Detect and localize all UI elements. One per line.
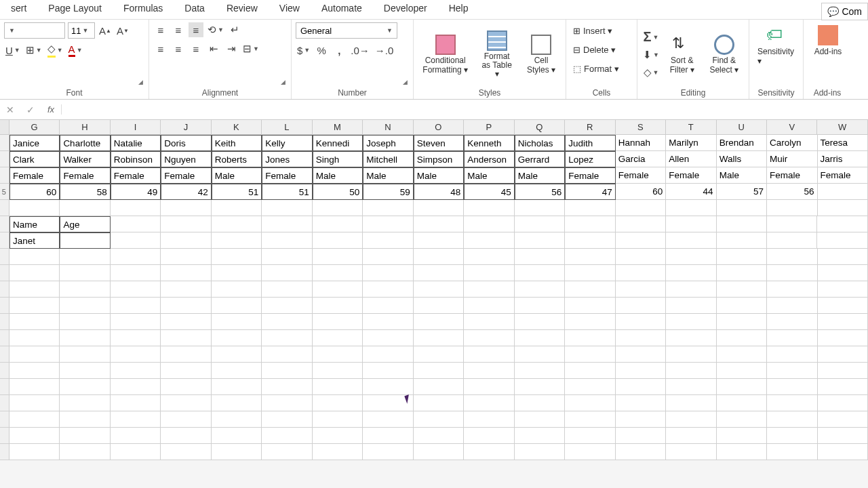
orientation-icon[interactable]: ⟲▼ <box>206 22 225 37</box>
cell[interactable] <box>616 379 666 395</box>
row-header[interactable] <box>0 314 9 330</box>
cell[interactable] <box>161 314 211 330</box>
sensitivity-button[interactable]: 🏷 Sensitivity ▾ <box>753 22 799 68</box>
cell[interactable] <box>363 346 413 363</box>
cell[interactable]: Carolyn <box>767 135 817 151</box>
cell[interactable] <box>818 363 868 379</box>
cell[interactable] <box>9 428 60 444</box>
row-header[interactable] <box>0 428 9 444</box>
cell[interactable] <box>464 216 514 232</box>
cell[interactable] <box>262 428 312 444</box>
cell[interactable]: Charlotte <box>60 135 110 151</box>
cell[interactable] <box>616 298 666 314</box>
row-header[interactable] <box>0 363 9 379</box>
cell[interactable] <box>818 428 868 444</box>
cell[interactable] <box>262 200 312 216</box>
cell[interactable] <box>464 232 514 249</box>
cell[interactable] <box>212 395 262 411</box>
row-header[interactable] <box>0 167 9 184</box>
cell[interactable] <box>717 249 767 265</box>
tab-data[interactable]: Data <box>174 0 216 19</box>
cell[interactable] <box>9 314 60 330</box>
cell[interactable] <box>161 281 211 298</box>
cell[interactable] <box>313 330 363 346</box>
cell[interactable] <box>111 249 161 265</box>
cell[interactable] <box>515 314 565 330</box>
cell[interactable] <box>414 444 464 460</box>
cell[interactable] <box>767 428 817 444</box>
cell[interactable] <box>313 265 363 281</box>
cell[interactable] <box>565 330 615 346</box>
cell[interactable] <box>666 395 716 411</box>
cell[interactable]: 57 <box>717 184 767 200</box>
cell[interactable] <box>60 379 110 395</box>
cell[interactable] <box>262 216 312 232</box>
cell[interactable] <box>767 314 817 330</box>
cell[interactable] <box>111 444 161 460</box>
cell[interactable] <box>262 281 312 298</box>
cell[interactable]: Doris <box>161 135 211 151</box>
clear-icon[interactable]: ◇▼ <box>642 65 660 80</box>
format-as-table-button[interactable]: Format as Table ▾ <box>475 28 518 82</box>
cell[interactable] <box>60 232 111 249</box>
cell[interactable]: 59 <box>363 184 413 200</box>
table-row[interactable] <box>0 330 868 346</box>
col-header[interactable]: V <box>767 120 817 134</box>
cell[interactable] <box>565 249 615 265</box>
cell[interactable] <box>767 395 817 411</box>
cell[interactable] <box>363 411 413 428</box>
cell[interactable] <box>313 411 363 428</box>
cell[interactable] <box>313 281 363 298</box>
align-middle-icon[interactable]: ≡ <box>171 22 186 37</box>
cell[interactable] <box>212 200 262 216</box>
cell[interactable] <box>262 330 312 346</box>
cell[interactable] <box>414 379 464 395</box>
cell[interactable] <box>717 411 767 428</box>
cell[interactable] <box>818 330 868 346</box>
cell[interactable]: Steven <box>414 135 464 151</box>
cell[interactable] <box>212 265 262 281</box>
cell[interactable] <box>464 265 514 281</box>
cell[interactable] <box>262 298 312 314</box>
cell[interactable] <box>818 298 868 314</box>
cell[interactable]: Female <box>818 167 868 184</box>
cell[interactable] <box>414 395 464 411</box>
cell[interactable] <box>717 298 767 314</box>
table-row[interactable] <box>0 249 868 265</box>
table-row[interactable]: Clark Walker Robinson Nguyen Roberts Jon… <box>0 151 868 167</box>
cell[interactable] <box>515 395 565 411</box>
decrease-decimal-icon[interactable]: →.0 <box>374 43 395 58</box>
cell[interactable] <box>60 428 110 444</box>
cell[interactable] <box>9 200 60 216</box>
row-header[interactable] <box>0 249 9 265</box>
align-center-icon[interactable]: ≡ <box>171 41 186 56</box>
cell[interactable] <box>414 216 464 232</box>
addins-button[interactable]: Add-ins <box>808 22 848 59</box>
fill-color-icon[interactable]: ◇▼ <box>46 43 64 58</box>
cell[interactable] <box>60 265 110 281</box>
cell[interactable]: Female <box>262 167 312 184</box>
tab-help[interactable]: Help <box>438 0 479 19</box>
cell[interactable] <box>515 298 565 314</box>
cell[interactable] <box>363 232 413 249</box>
comma-icon[interactable]: , <box>332 43 347 58</box>
cell[interactable]: Janice <box>9 135 60 151</box>
cell[interactable] <box>717 200 767 216</box>
table-row[interactable]: 5 60 58 49 42 51 51 50 59 48 45 56 47 60… <box>0 184 868 200</box>
cell[interactable] <box>666 265 716 281</box>
cell[interactable] <box>161 346 211 363</box>
cell[interactable] <box>717 346 767 363</box>
cell[interactable] <box>414 363 464 379</box>
cell[interactable]: 56 <box>767 184 817 200</box>
cell[interactable] <box>313 428 363 444</box>
cell[interactable]: Roberts <box>212 151 262 167</box>
decrease-indent-icon[interactable]: ⇤ <box>206 41 221 56</box>
cell[interactable] <box>111 330 161 346</box>
cell[interactable] <box>565 314 615 330</box>
cell[interactable] <box>161 330 211 346</box>
cell[interactable] <box>111 379 161 395</box>
cell[interactable] <box>9 265 60 281</box>
cell[interactable] <box>212 281 262 298</box>
cell[interactable] <box>616 346 666 363</box>
row-header[interactable] <box>0 232 9 249</box>
